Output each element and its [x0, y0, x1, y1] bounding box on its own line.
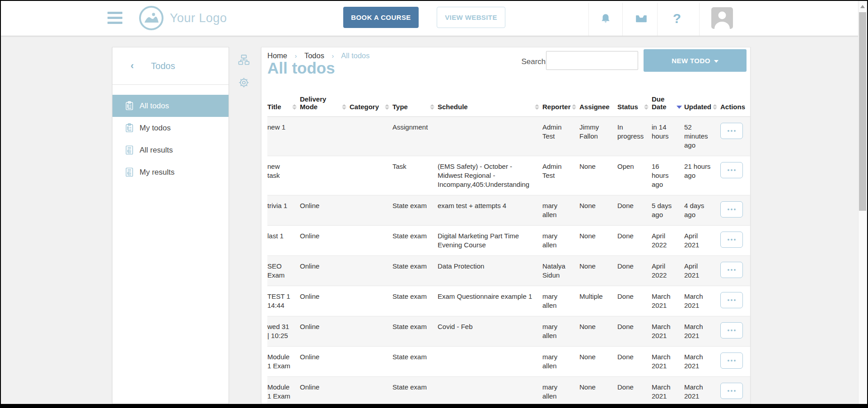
vertical-scrollbar[interactable] [858, 1, 867, 404]
scrollbar-thumb[interactable] [859, 12, 866, 211]
row-actions-button[interactable] [720, 232, 743, 248]
new-todo-button[interactable]: NEW TODO [644, 49, 747, 72]
breadcrumb-separator: › [332, 52, 334, 60]
cell-schedule: exam test + attempts 4 [438, 195, 542, 226]
column-header-due-date[interactable]: Due Date [652, 86, 684, 117]
column-header-assignee: Assignee [579, 86, 617, 117]
sidebar-header: ‹ Todos [112, 47, 229, 85]
cell-due-date: April 2022 [652, 256, 684, 286]
cell-category [350, 156, 392, 195]
search-label: Search: [521, 57, 548, 66]
row-actions-button[interactable] [720, 162, 743, 178]
todo-list-icon [124, 123, 135, 134]
cell-assignee: None [579, 256, 617, 286]
divider [699, 3, 700, 36]
sidebar-item-label: My todos [140, 124, 171, 133]
inbox-tray-icon[interactable] [633, 1, 649, 36]
scrollbar-up-arrow-icon[interactable] [860, 5, 865, 8]
ellipsis-icon [728, 130, 729, 132]
sidebar-item-all-todos[interactable]: All todos [112, 95, 229, 117]
sidebar-item-my-todos[interactable]: My todos [112, 117, 229, 139]
cell-actions [720, 347, 750, 377]
cell-assignee: None [579, 195, 617, 226]
hamburger-menu-icon[interactable] [107, 12, 122, 24]
cell-type: State exam [392, 195, 438, 226]
cell-category [350, 256, 392, 286]
table-row: new taskTask(EMS Safety) - October - Mid… [267, 156, 750, 195]
logo[interactable]: Your Logo [139, 6, 227, 30]
column-header-title[interactable]: Title [267, 86, 300, 117]
row-actions-button[interactable] [720, 123, 743, 139]
cell-schedule [438, 377, 542, 404]
cell-type: State exam [392, 286, 438, 316]
cell-schedule: (EMS Safety) - October - Midwest Regiona… [438, 156, 542, 195]
user-avatar[interactable] [711, 7, 733, 29]
sitemap-icon[interactable] [238, 54, 250, 66]
row-actions-button[interactable] [720, 383, 743, 399]
back-chevron-icon[interactable]: ‹ [131, 61, 134, 71]
sidebar-item-my-results[interactable]: My results [112, 161, 229, 183]
cell-assignee: None [579, 316, 617, 347]
ellipsis-icon [728, 329, 729, 331]
cell-title: wed 31 | 10:25 [267, 316, 300, 347]
cell-schedule: Data Protection [438, 256, 542, 286]
ellipsis-icon [731, 269, 733, 271]
row-actions-button[interactable] [720, 201, 743, 218]
sidebar: ‹ Todos All todosMy todosAll resultsMy r… [112, 47, 229, 404]
cell-category [350, 377, 392, 404]
column-header-status[interactable]: Status [617, 86, 652, 117]
breadcrumb-home[interactable]: Home [267, 51, 287, 60]
gear-icon[interactable] [238, 77, 250, 88]
breadcrumb-current: All todos [341, 51, 369, 60]
cell-updated: March 2021 [684, 286, 720, 316]
cell-due-date: 5 days ago [652, 195, 684, 226]
cell-title: new task [267, 156, 300, 195]
cell-category [350, 347, 392, 377]
row-actions-button[interactable] [720, 292, 743, 308]
sidebar-item-all-results[interactable]: All results [112, 139, 229, 161]
ellipsis-icon [728, 299, 729, 301]
column-header-schedule[interactable]: Schedule [438, 86, 542, 117]
cell-delivery-mode: Online [300, 286, 350, 316]
column-header-updated[interactable]: Updated [684, 86, 720, 117]
cell-schedule: Exam Questionnaire example 1 [438, 286, 542, 316]
row-actions-button[interactable] [720, 352, 743, 369]
cell-status: Done [617, 286, 652, 316]
column-label: Status [617, 103, 638, 111]
cell-category [350, 195, 392, 226]
cell-status: Done [617, 316, 652, 347]
cell-due-date: April 2022 [652, 226, 684, 256]
column-header-category[interactable]: Category [350, 86, 392, 117]
cell-due-date: March 2021 [652, 286, 684, 316]
todo-list-icon [124, 101, 135, 111]
cell-schedule: Covid - Feb [438, 316, 542, 347]
column-header-actions: Actions [720, 86, 750, 117]
cell-updated: April 2021 [684, 256, 720, 286]
search-input[interactable] [546, 51, 638, 70]
notifications-bell-icon[interactable] [598, 1, 613, 36]
column-label: Title [267, 103, 281, 111]
column-header-type[interactable]: Type [392, 86, 438, 117]
cell-reporter: Admin Test [542, 156, 579, 195]
cell-assignee: None [579, 226, 617, 256]
cell-delivery-mode [300, 117, 350, 156]
table-row: last 1OnlineState examDigital Marketing … [267, 226, 750, 256]
help-icon[interactable]: ? [670, 1, 684, 36]
ellipsis-icon [731, 130, 733, 132]
ellipsis-icon [731, 299, 733, 301]
cell-title: new 1 [267, 117, 300, 156]
cell-due-date: in 14 hours [652, 117, 684, 156]
row-actions-button[interactable] [720, 322, 743, 338]
book-a-course-button[interactable]: BOOK A COURSE [343, 7, 419, 28]
todos-table: TitleDelivery ModeCategoryTypeScheduleRe… [267, 86, 750, 404]
table-row: Module 1 ExamOnlineState exammary allenN… [267, 377, 750, 404]
breadcrumb-todos[interactable]: Todos [304, 51, 324, 60]
view-website-button[interactable]: VIEW WEBSITE [437, 7, 505, 28]
cell-reporter: mary allen [542, 286, 579, 316]
cell-updated: 21 hours ago [684, 156, 720, 195]
column-header-reporter[interactable]: Reporter [542, 86, 579, 117]
row-actions-button[interactable] [720, 262, 743, 278]
cell-actions [720, 256, 750, 286]
column-label: Reporter [542, 103, 571, 111]
column-header-delivery-mode[interactable]: Delivery Mode [300, 86, 350, 117]
